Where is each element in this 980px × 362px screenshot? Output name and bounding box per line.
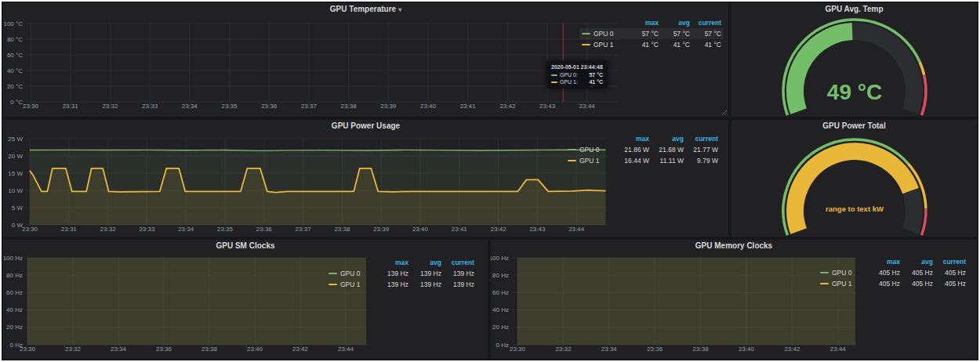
panel-gpu-power-usage: GPU Power Usage 25 W20 W15 W10 W5 W0 W23… — [3, 120, 728, 237]
legend-col-current[interactable]: current — [690, 19, 721, 27]
panel-title-text: GPU Temperature — [330, 5, 396, 13]
legend-value: 405 Hz — [900, 280, 933, 288]
svg-text:23:34: 23:34 — [178, 226, 194, 233]
legend-col-current[interactable]: current — [441, 259, 474, 266]
panel-title-gpu-power-usage[interactable]: GPU Power Usage — [3, 120, 728, 132]
svg-text:23:32: 23:32 — [100, 226, 117, 233]
panel-title-gpu-sm-clocks[interactable]: GPU SM Clocks — [3, 240, 488, 252]
tooltip-series-value: 57 °C — [589, 72, 603, 78]
series-dash-icon — [551, 74, 557, 76]
svg-text:23:42: 23:42 — [784, 346, 800, 353]
svg-text:20 Hz: 20 Hz — [492, 324, 509, 331]
legend-value: 139 Hz — [408, 270, 441, 277]
svg-text:20 W: 20 W — [8, 153, 23, 160]
legend-gpu-temperature: max avg current GPU 0 57 °C 57 °C 57 °C … — [579, 17, 724, 50]
legend-value: 405 Hz — [933, 269, 966, 277]
svg-text:23:36: 23:36 — [647, 346, 663, 353]
svg-text:23:33: 23:33 — [139, 226, 155, 233]
legend-col-avg[interactable]: avg — [408, 259, 441, 266]
panel-title-gpu-memory-clocks[interactable]: GPU Memory Clocks — [491, 240, 977, 252]
svg-text:5 W: 5 W — [12, 205, 24, 212]
series-dash-icon — [568, 160, 576, 161]
svg-text:23:32: 23:32 — [555, 346, 572, 353]
svg-text:20 °C: 20 °C — [7, 83, 23, 90]
svg-text:23:39: 23:39 — [373, 226, 390, 233]
svg-text:23:42: 23:42 — [499, 103, 516, 110]
legend-row-gpu0[interactable]: GPU 0 57 °C 57 °C 57 °C — [579, 28, 724, 39]
svg-text:40 Hz: 40 Hz — [492, 306, 509, 313]
svg-text:40 Hz: 40 Hz — [6, 306, 23, 313]
legend-col-max[interactable]: max — [867, 258, 900, 266]
screenshot-frame: GPU Temperature▾ 100 °C80 °C60 °C40 °C20… — [0, 0, 980, 362]
legend-series-label: GPU 1 — [593, 41, 614, 49]
legend-col-avg[interactable]: avg — [649, 135, 684, 143]
legend-col-max[interactable]: max — [376, 259, 408, 266]
svg-text:23:40: 23:40 — [412, 226, 429, 233]
svg-text:23:41: 23:41 — [460, 103, 477, 110]
legend-col-avg[interactable]: avg — [659, 19, 690, 27]
svg-text:23:35: 23:35 — [217, 226, 234, 233]
legend-gpu-memory-clocks: max avg current GPU 0 405 Hz 405 Hz 405 … — [818, 256, 968, 289]
svg-text:23:44: 23:44 — [338, 346, 354, 353]
svg-text:80 °C: 80 °C — [7, 36, 23, 43]
svg-text:23:42: 23:42 — [491, 226, 507, 233]
legend-col-avg[interactable]: avg — [900, 258, 933, 266]
svg-text:23:34: 23:34 — [111, 346, 127, 353]
legend-series-label: GPU 1 — [832, 280, 852, 288]
panel-title-gpu-temperature[interactable]: GPU Temperature▾ — [3, 3, 728, 16]
legend-series-label: GPU 0 — [593, 30, 614, 38]
legend-value: 41 °C — [690, 41, 721, 49]
svg-text:23:34: 23:34 — [182, 103, 198, 110]
panel-resize-handle[interactable] — [721, 110, 727, 115]
svg-text:23:44: 23:44 — [579, 103, 596, 110]
svg-text:23:40: 23:40 — [247, 346, 263, 353]
legend-row-gpu0[interactable]: GPU 0 405 Hz 405 Hz 405 Hz — [818, 267, 968, 278]
svg-text:23:33: 23:33 — [142, 103, 158, 110]
legend-value: 57 °C — [659, 30, 690, 38]
svg-text:23:42: 23:42 — [292, 346, 309, 353]
panel-title-gpu-avg-temp[interactable]: GPU Avg. Temp — [731, 3, 977, 16]
legend-row-gpu1[interactable]: GPU 1 139 Hz 139 Hz 139 Hz — [326, 279, 477, 290]
legend-value: 41 °C — [627, 41, 659, 49]
series-dash-icon — [820, 272, 829, 273]
legend-value: 21.86 W — [615, 146, 649, 154]
legend-col-max[interactable]: max — [615, 135, 649, 143]
svg-text:23:30: 23:30 — [510, 346, 526, 353]
legend-gpu-sm-clocks: max avg current GPU 0 139 Hz 139 Hz 139 … — [326, 257, 477, 290]
svg-text:25 W: 25 W — [8, 136, 23, 143]
svg-text:23:43: 23:43 — [529, 226, 546, 233]
legend-row-gpu1[interactable]: GPU 1 16.44 W 11.11 W 9.79 W — [565, 155, 720, 166]
legend-header-row: max avg current — [579, 17, 724, 28]
legend-row-gpu1[interactable]: GPU 1 41 °C 41 °C 41 °C — [579, 39, 724, 50]
legend-col-current[interactable]: current — [684, 135, 718, 143]
legend-gpu-power: max avg current GPU 0 21.86 W 21.68 W 21… — [565, 133, 720, 166]
legend-row-gpu0[interactable]: GPU 0 139 Hz 139 Hz 139 Hz — [326, 268, 477, 279]
series-dash-icon — [582, 44, 590, 45]
panel-title-gpu-power-total[interactable]: GPU Power Total — [731, 120, 977, 132]
panel-gpu-avg-temp: GPU Avg. Temp 49 °C — [731, 3, 977, 117]
tooltip-series-label: GPU 1: — [560, 79, 578, 85]
svg-text:20 Hz: 20 Hz — [6, 324, 23, 331]
chevron-down-icon: ▾ — [398, 6, 401, 13]
legend-value: 405 Hz — [867, 269, 900, 277]
svg-text:23:36: 23:36 — [261, 103, 278, 110]
legend-value: 9.79 W — [684, 157, 718, 165]
legend-value: 405 Hz — [867, 280, 900, 288]
svg-text:23:44: 23:44 — [830, 346, 847, 353]
legend-col-current[interactable]: current — [933, 258, 966, 266]
graph-tooltip: 2020-05-01 23:44:48 GPU 0: 57 °C GPU 1: … — [546, 61, 608, 89]
legend-row-gpu1[interactable]: GPU 1 405 Hz 405 Hz 405 Hz — [818, 278, 968, 289]
svg-text:23:30: 23:30 — [20, 346, 36, 353]
series-dash-icon — [568, 149, 576, 150]
tooltip-series-label: GPU 0: — [560, 72, 578, 78]
legend-value: 405 Hz — [900, 269, 933, 277]
svg-text:0 °C: 0 °C — [10, 99, 23, 106]
legend-row-gpu0[interactable]: GPU 0 21.86 W 21.68 W 21.77 W — [565, 144, 720, 155]
legend-col-max[interactable]: max — [627, 19, 659, 27]
panel-gpu-temperature: GPU Temperature▾ 100 °C80 °C60 °C40 °C20… — [3, 3, 728, 117]
panel-title-text: GPU Memory Clocks — [695, 241, 772, 250]
tooltip-series-value: 41 °C — [589, 79, 603, 85]
panel-title-text: GPU Power Total — [822, 121, 885, 130]
svg-text:23:32: 23:32 — [65, 346, 82, 353]
svg-text:100 Hz: 100 Hz — [491, 255, 509, 262]
